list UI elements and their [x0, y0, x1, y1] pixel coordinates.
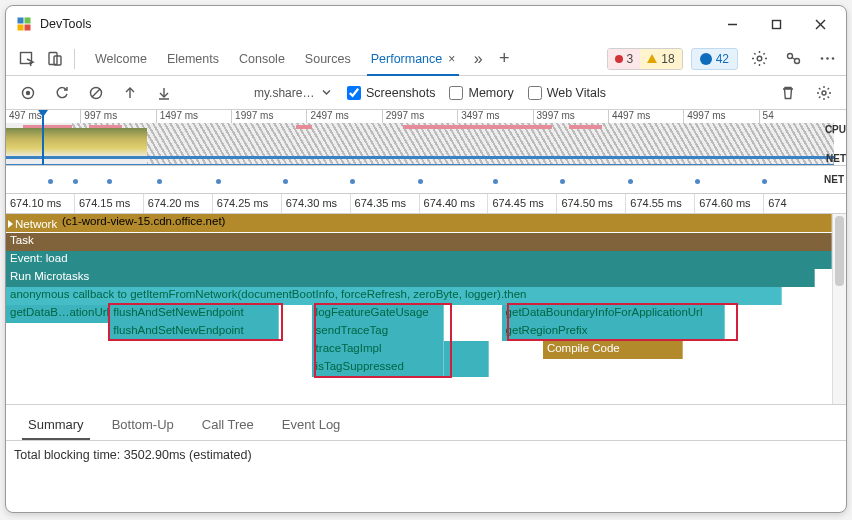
reload-record-button[interactable]: [48, 79, 76, 107]
flush2-bar[interactable]: flushAndSetNewEndpoint: [109, 323, 278, 341]
section-label: Network: [15, 218, 57, 230]
net-blob: [628, 179, 633, 184]
download-button[interactable]: [150, 79, 178, 107]
tick: 2497 ms: [306, 110, 381, 123]
activity-icon[interactable]: [780, 46, 806, 72]
tab-summary[interactable]: Summary: [14, 409, 98, 440]
net-blob: [48, 179, 53, 184]
capture-settings-icon[interactable]: [810, 79, 838, 107]
more-menu-icon[interactable]: [814, 46, 840, 72]
task-bar[interactable]: Task: [6, 233, 832, 251]
svg-point-17: [831, 57, 834, 60]
tab-sources[interactable]: Sources: [295, 42, 361, 76]
long-task-mark: [569, 125, 602, 129]
issues-badge-group[interactable]: 3 18: [607, 48, 683, 70]
flush-bar[interactable]: flushAndSetNewEndpoint: [109, 305, 278, 323]
add-tab-button[interactable]: +: [491, 48, 517, 69]
tab-calltree[interactable]: Call Tree: [188, 409, 268, 440]
close-button[interactable]: [798, 8, 842, 40]
logfeature-bar[interactable]: logFeatureGateUsage: [312, 305, 444, 323]
tab-elements[interactable]: Elements: [157, 42, 229, 76]
checkbox-webvitals[interactable]: Web Vitals: [528, 86, 606, 100]
screenshots-input[interactable]: [347, 86, 361, 100]
tab-eventlog[interactable]: Event Log: [268, 409, 355, 440]
delete-recording-button[interactable]: [774, 79, 802, 107]
getdataboundary-bar[interactable]: getDataBoundaryInfoForApplicationUrl: [502, 305, 725, 323]
event-load-bar[interactable]: Event: load: [6, 251, 832, 269]
tab-label: Sources: [305, 52, 351, 66]
ruler-tick: 674.35 ms: [350, 194, 419, 213]
ruler-tick: 674.25 ms: [212, 194, 281, 213]
getregion-bar[interactable]: getRegionPrefix: [502, 323, 725, 341]
overview-cursor-handle[interactable]: [38, 110, 48, 117]
subbar-right: [774, 79, 838, 107]
tick: 2997 ms: [382, 110, 457, 123]
net-baseline: [6, 164, 834, 165]
summary-footer: Total blocking time: 3502.90ms (estimate…: [6, 440, 846, 469]
detail-ruler[interactable]: 674.10 ms 674.15 ms 674.20 ms 674.25 ms …: [6, 194, 846, 214]
net-blob: [283, 179, 288, 184]
flame-scrollbar[interactable]: [832, 214, 846, 404]
svg-point-13: [794, 59, 799, 64]
clear-button[interactable]: [82, 79, 110, 107]
upload-button[interactable]: [116, 79, 144, 107]
errors-count: 3: [627, 52, 634, 66]
overview-body: [6, 123, 834, 165]
settings-icon[interactable]: [746, 46, 772, 72]
tab-performance[interactable]: Performance ×: [361, 42, 466, 76]
compile-code-bar[interactable]: Compile Code: [543, 341, 683, 359]
target-url-selector[interactable]: my.sharep…: [250, 86, 335, 100]
close-tab-icon[interactable]: ×: [448, 52, 455, 66]
titlebar-left: DevTools: [16, 16, 91, 32]
net-blob: [350, 179, 355, 184]
tracetagimpl-bar[interactable]: traceTagImpl: [312, 341, 444, 359]
more-tabs-icon[interactable]: »: [467, 50, 489, 68]
tab-console[interactable]: Console: [229, 42, 295, 76]
checkbox-screenshots[interactable]: Screenshots: [347, 86, 435, 100]
network-file-bar[interactable]: (c1-word-view-15.cdn.office.net): [58, 214, 832, 232]
scroll-thumb[interactable]: [835, 216, 844, 286]
record-button[interactable]: [14, 79, 42, 107]
maximize-button[interactable]: [754, 8, 798, 40]
cpu-activity: [6, 128, 147, 165]
minimize-button[interactable]: [710, 8, 754, 40]
devtools-icon: [16, 16, 32, 32]
tab-label: Console: [239, 52, 285, 66]
inspect-icon[interactable]: [14, 46, 40, 72]
cpu-label: CPU: [825, 124, 846, 135]
teal-small-bar2[interactable]: [444, 359, 489, 377]
run-microtasks-bar[interactable]: Run Microtasks: [6, 269, 815, 287]
target-url-text: my.sharep…: [254, 86, 318, 100]
net-row-label: NET: [824, 174, 844, 185]
webvitals-input[interactable]: [528, 86, 542, 100]
svg-point-16: [826, 57, 829, 60]
tab-bottomup[interactable]: Bottom-Up: [98, 409, 188, 440]
errors-badge[interactable]: 3: [608, 49, 641, 69]
checkbox-memory[interactable]: Memory: [449, 86, 513, 100]
warnings-badge[interactable]: 18: [640, 49, 681, 69]
label: Web Vitals: [547, 86, 606, 100]
network-section-toggle[interactable]: Network: [6, 214, 58, 232]
tick: 1497 ms: [156, 110, 231, 123]
device-toggle-icon[interactable]: [42, 46, 68, 72]
panel-tabs: Welcome Elements Console Sources Perform…: [85, 42, 465, 76]
ruler-tick: 674.20 ms: [143, 194, 212, 213]
info-badge[interactable]: 42: [691, 48, 738, 70]
tab-welcome[interactable]: Welcome: [85, 42, 157, 76]
window-title: DevTools: [40, 17, 91, 31]
anonymous-callback-bar[interactable]: anonymous callback to getItemFromNetwork…: [6, 287, 782, 305]
teal-small-bar[interactable]: [444, 341, 489, 359]
ruler-tick: 674.55 ms: [625, 194, 694, 213]
sendtrace-bar[interactable]: sendTraceTag: [312, 323, 444, 341]
timeline-overview[interactable]: 497 ms 997 ms 1497 ms 1997 ms 2497 ms 29…: [6, 110, 846, 166]
getdata-bar[interactable]: getDataB…ationUrl: [6, 305, 109, 323]
istagsuppressed-bar[interactable]: isTagSuppressed: [312, 359, 444, 377]
svg-line-14: [792, 58, 795, 60]
overview-network-row[interactable]: NET: [6, 166, 846, 194]
ruler-tick: 674.15 ms: [74, 194, 143, 213]
memory-input[interactable]: [449, 86, 463, 100]
performance-toolbar: my.sharep… Screenshots Memory Web Vitals: [6, 76, 846, 110]
net-blob: [695, 179, 700, 184]
warning-triangle-icon: [647, 54, 657, 63]
flame-chart[interactable]: Network (c1-word-view-15.cdn.office.net)…: [6, 214, 846, 404]
